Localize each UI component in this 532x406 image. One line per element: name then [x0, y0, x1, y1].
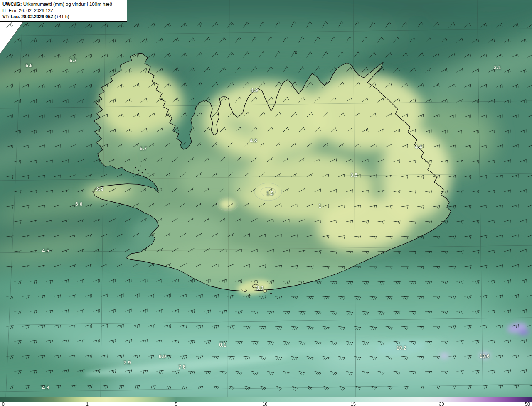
title-box: UWC/IG: Úrkomumætti (mm) og vindur í 100… [0, 0, 127, 22]
valid-time: VT: Lau. 28.02.2026 05Z [2, 14, 53, 19]
valid-offset: (+41 h) [54, 14, 69, 19]
colorbar-tick-label: 30 [439, 402, 444, 406]
map-canvas [0, 0, 532, 397]
precip-wind-field [0, 0, 532, 397]
colorbar-tick-label: 50 [525, 402, 530, 406]
valid-time-line: VT: Lau. 28.02.2026 05Z (+41 h) [2, 14, 125, 20]
colorbar-ticks: 01510153050 [0, 402, 532, 406]
colorbar-tick-label: 1 [86, 402, 89, 406]
weather-map: 5.65.74.93.14.85.74.43.52.91.56.614.53.0… [0, 0, 532, 406]
product-title: Úrkomumætti (mm) og vindur í 100m hæð [23, 2, 112, 7]
colorbar-tick-label: 10 [263, 402, 268, 406]
colorbar-tick-label: 5 [175, 402, 177, 406]
product-title-line: UWC/IG: Úrkomumætti (mm) og vindur í 100… [2, 1, 125, 7]
colorbar-tick-label: 0 [2, 402, 5, 406]
init-time-line: IT: Fim. 26. 02. 2026 12Z [2, 7, 125, 14]
colorbar: 01510153050 [0, 397, 532, 406]
product-label: UWC/IG: [2, 2, 22, 7]
colorbar-tick-label: 15 [351, 402, 356, 406]
